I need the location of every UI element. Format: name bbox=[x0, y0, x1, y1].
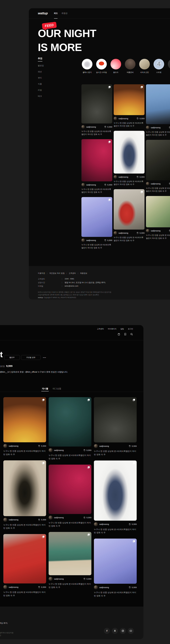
avatar[interactable] bbox=[146, 126, 150, 129]
likes-button[interactable]: 9,999 bbox=[128, 445, 137, 447]
facebook-icon[interactable]: f bbox=[104, 628, 110, 634]
avatar[interactable] bbox=[94, 522, 98, 526]
avatar[interactable] bbox=[114, 231, 117, 235]
avatar[interactable] bbox=[48, 516, 52, 520]
likes-button[interactable]: 9,999 bbox=[136, 232, 144, 234]
likes-button[interactable]: 9,999 bbox=[38, 518, 46, 521]
post-image[interactable] bbox=[94, 397, 137, 442]
post-image[interactable] bbox=[114, 84, 144, 115]
likes-button[interactable]: 9,999 bbox=[83, 449, 92, 451]
post-username[interactable]: sadjmoong bbox=[9, 445, 18, 447]
post-username[interactable]: sadjmoong bbox=[86, 239, 96, 242]
avatar[interactable] bbox=[3, 444, 7, 448]
post-username[interactable]: sadjmoong bbox=[9, 518, 18, 521]
story-partial[interactable] bbox=[168, 59, 170, 74]
post-username[interactable]: sadjmoong bbox=[99, 586, 109, 588]
avatar[interactable] bbox=[48, 448, 52, 452]
avatar[interactable] bbox=[114, 117, 117, 120]
post-username[interactable]: sadjmoong bbox=[118, 232, 128, 234]
post-image[interactable] bbox=[48, 464, 92, 514]
avatar[interactable] bbox=[146, 182, 150, 185]
avatar[interactable] bbox=[82, 238, 85, 242]
tab-tagged-products[interactable]: 태그상품 bbox=[53, 387, 61, 391]
likes-button[interactable]: 9,999 bbox=[128, 586, 137, 588]
sidebar-item-beauty[interactable]: 뷰티 bbox=[38, 76, 44, 79]
tab-posts[interactable]: 게시물 bbox=[42, 387, 48, 391]
likes-button[interactable]: 9,999 bbox=[104, 184, 112, 186]
youtube-icon[interactable] bbox=[128, 628, 134, 634]
story-street[interactable]: 4 스트릿 bbox=[154, 59, 164, 74]
post-image[interactable] bbox=[82, 84, 112, 124]
post-username[interactable]: sadjmoong bbox=[99, 445, 109, 447]
post-username[interactable]: sadjmoong bbox=[86, 184, 96, 186]
likes-button[interactable]: 9,999 bbox=[83, 516, 92, 519]
likes-button[interactable]: 9,999 bbox=[38, 445, 46, 447]
post-username[interactable]: sadjmoong bbox=[9, 586, 18, 588]
nav-mypage[interactable]: 마이페이지 bbox=[108, 328, 116, 330]
x-twitter-icon[interactable]: X bbox=[112, 628, 118, 634]
footer-link-terms[interactable]: 이용약관 bbox=[38, 272, 45, 274]
sidebar-item-living[interactable]: 리빙 bbox=[38, 88, 44, 92]
footer-row-value[interactable]: winix@winix.com bbox=[65, 285, 78, 287]
avatar[interactable] bbox=[3, 518, 7, 522]
nav-alerts[interactable]: 알림 bbox=[120, 328, 124, 330]
sidebar-item-fashion[interactable]: 패션 bbox=[38, 70, 44, 73]
avatar[interactable] bbox=[82, 125, 85, 128]
sidebar-item-tech[interactable]: 테크 bbox=[38, 95, 44, 98]
story-galaxy[interactable]: 갤럭시 받기 bbox=[82, 59, 92, 74]
post-username[interactable]: sadjmoong bbox=[54, 578, 64, 580]
avatar[interactable] bbox=[114, 175, 117, 178]
post-username[interactable]: sadjmoong bbox=[99, 523, 109, 525]
post-username[interactable]: sadjmoong bbox=[151, 230, 160, 232]
tab-taste[interactable]: 취향관 bbox=[62, 8, 68, 18]
post-username[interactable]: sadjmoong bbox=[86, 126, 96, 128]
sidebar-item-recommend[interactable]: 추천 bbox=[38, 57, 44, 62]
likes-button[interactable]: 9,999 bbox=[168, 126, 170, 129]
post-username[interactable]: sadjmoong bbox=[151, 126, 160, 129]
likes-button[interactable]: 9,999 bbox=[104, 126, 112, 128]
post-image[interactable] bbox=[146, 140, 170, 180]
share-profile-button[interactable]: 프로필 공유 bbox=[21, 355, 41, 360]
post-image[interactable] bbox=[48, 397, 92, 446]
post-image[interactable] bbox=[146, 84, 170, 124]
post-image[interactable] bbox=[146, 196, 170, 227]
likes-button[interactable]: 9,999 bbox=[136, 176, 144, 178]
story-spring-shoes[interactable]: 봄슈즈 bbox=[110, 59, 121, 74]
avatar[interactable] bbox=[82, 183, 85, 186]
likes-button[interactable]: 9,999 bbox=[83, 578, 92, 580]
story-summer-prep[interactable]: 여름준비 bbox=[125, 59, 136, 74]
sidebar-item-food[interactable]: 식품 bbox=[38, 82, 44, 86]
post-image[interactable] bbox=[94, 460, 137, 521]
post-image[interactable] bbox=[94, 538, 137, 584]
post-image[interactable] bbox=[114, 131, 144, 174]
post-image[interactable] bbox=[48, 532, 92, 575]
footer-link-privacy[interactable]: 개인정보 처리 방침 bbox=[45, 272, 64, 274]
avatar[interactable] bbox=[94, 585, 98, 589]
bookmark-icon[interactable] bbox=[124, 333, 127, 336]
more-options-button[interactable]: ••• bbox=[43, 356, 46, 359]
likes-button[interactable]: 9,999 bbox=[168, 230, 170, 232]
post-image[interactable] bbox=[3, 397, 46, 442]
avatar[interactable] bbox=[48, 577, 52, 581]
post-image[interactable] bbox=[3, 460, 46, 516]
post-username[interactable]: sadjmoong bbox=[118, 118, 128, 120]
instagram-icon[interactable] bbox=[120, 628, 126, 634]
bag-icon[interactable] bbox=[118, 333, 120, 336]
search-icon[interactable] bbox=[130, 333, 133, 336]
post-username[interactable]: sadjmoong bbox=[151, 182, 160, 185]
likes-button[interactable]: 9,999 bbox=[104, 239, 112, 242]
post-image[interactable] bbox=[3, 534, 46, 584]
story-realtime-style[interactable]: 실시간 스타일 bbox=[96, 59, 107, 74]
footer-link-support[interactable]: 고객센터 bbox=[64, 272, 76, 274]
follow-button[interactable]: 팔로우 bbox=[4, 355, 20, 360]
sidebar-item-following[interactable]: 팔로잉 bbox=[38, 64, 44, 67]
post-image[interactable] bbox=[82, 197, 112, 237]
footer-link-careers[interactable]: 채용정보 bbox=[76, 272, 88, 274]
likes-button[interactable]: 9,999 bbox=[38, 586, 46, 588]
likes-button[interactable]: 9,999 bbox=[136, 117, 144, 120]
brand-logo[interactable]: wattup bbox=[38, 12, 48, 15]
post-image[interactable] bbox=[82, 139, 112, 182]
post-image[interactable] bbox=[114, 189, 144, 230]
likes-button[interactable]: 9,999 bbox=[168, 182, 170, 185]
post-username[interactable]: sadjmoong bbox=[54, 516, 64, 519]
